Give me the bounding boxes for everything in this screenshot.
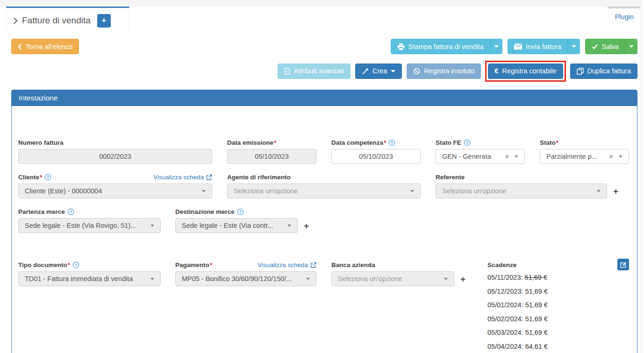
data-emissione-input[interactable]: 05/10/2023 — [227, 149, 316, 164]
field-pagamento: Pagamento* Visualizza scheda MP05 - Boni… — [175, 260, 316, 286]
intestazione-panel: Intestazione Numero fattura 0002/2023 Da… — [11, 90, 637, 353]
add-destinazione-button[interactable]: + — [304, 221, 309, 230]
help-icon[interactable]: ? — [464, 139, 471, 146]
field-agente: Agente di riferimento Seleziona un'opzio… — [227, 172, 421, 198]
printer-icon — [397, 43, 405, 50]
save-dropdown-caret[interactable] — [625, 39, 637, 54]
svg-text:?: ? — [466, 140, 468, 145]
toolbar-secondary: Attributi avanzati Crea Registra insolut… — [278, 63, 637, 79]
toolbar-primary: Stampa fattura di vendita Invia fattura … — [391, 39, 637, 54]
document-icon — [284, 68, 290, 75]
caret-down-icon — [629, 45, 634, 48]
select-caret-icon — [597, 190, 601, 192]
field-banca-azienda: Banca azienda Seleziona un'opzione + — [331, 260, 472, 286]
field-destinazione-merce: Destinazione merce ? Sede legale - Este … — [175, 207, 315, 233]
help-icon[interactable]: ? — [44, 174, 51, 181]
field-scadenze: Scadenze 05/11/2023: 51,69 € 05/12/2023:… — [487, 260, 628, 353]
select-caret-icon — [287, 225, 291, 227]
scadenza-item: 05/12/2023: 51,69 € — [487, 288, 628, 302]
vertical-scrollbar[interactable] — [640, 0, 644, 353]
external-link-icon — [206, 174, 212, 180]
print-invoice-button[interactable]: Stampa fattura di vendita — [391, 39, 490, 54]
send-button-group: Invia fattura — [508, 39, 580, 54]
data-competenza-input[interactable]: 05/10/2023 — [331, 149, 421, 164]
add-referente-button[interactable]: + — [613, 187, 618, 196]
register-unpaid-button[interactable]: Registra insoluto — [407, 64, 481, 79]
scadenza-item: 05/02/2024: 51,69 € — [487, 315, 628, 329]
select-caret-icon — [515, 155, 518, 158]
save-button[interactable]: Salva — [585, 39, 625, 54]
page-title: Fatture di vendita — [22, 15, 91, 26]
numero-fattura-input[interactable]: 0002/2023 — [18, 149, 212, 164]
destinazione-merce-select[interactable]: Sede legale - Este (Via contr... — [175, 218, 298, 233]
required-asterisk: * — [556, 139, 558, 146]
edit-scadenze-button[interactable] — [617, 259, 629, 270]
select-caret-icon — [619, 155, 623, 158]
new-invoice-button[interactable]: + — [97, 14, 111, 28]
agente-select[interactable]: Seleziona un'opzione — [227, 184, 421, 198]
view-payment-link[interactable]: Visualizza scheda — [258, 261, 316, 268]
envelope-icon — [514, 43, 522, 49]
print-dropdown-caret[interactable] — [490, 39, 502, 54]
stato-select[interactable]: Parzialmente p... × — [540, 149, 629, 164]
caret-down-icon — [494, 45, 499, 48]
print-button-group: Stampa fattura di vendita — [391, 39, 502, 54]
select-caret-icon — [410, 190, 414, 192]
svg-text:?: ? — [70, 209, 72, 214]
scadenza-item: 05/11/2023: 51,69 € — [487, 274, 628, 288]
register-accounting-button[interactable]: € Registra contabile — [488, 64, 563, 79]
field-stato-fe: Stato FE ? GEN - Generata × — [436, 138, 525, 164]
svg-text:?: ? — [75, 262, 77, 267]
scadenze-list: 05/11/2023: 51,69 € 05/12/2023: 51,69 € … — [487, 274, 628, 353]
field-referente: Referente Seleziona un'opzione + — [436, 172, 623, 198]
cliente-select[interactable]: Cliente (Este) - 00000004 — [18, 184, 212, 198]
field-partenza-merce: Partenza merce ? Sede legale - Este (Via… — [18, 207, 161, 233]
required-asterisk: * — [40, 174, 42, 181]
advanced-attributes-button[interactable]: Attributi avanzati — [278, 64, 351, 79]
caret-down-icon — [572, 45, 576, 48]
save-button-group: Salva — [585, 39, 637, 54]
stato-fe-select[interactable]: GEN - Generata × — [436, 149, 525, 164]
scadenza-item: 05/01/2024: 51,69 € — [487, 301, 628, 315]
chevron-left-icon — [18, 43, 22, 50]
field-tipo-documento: Tipo documento* ? TD01 - Fattura immedia… — [18, 260, 161, 286]
duplicate-invoice-button[interactable]: Duplica fattura — [570, 64, 638, 79]
select-caret-icon — [150, 225, 154, 227]
svg-text:?: ? — [47, 175, 49, 179]
field-numero-fattura: Numero fattura 0002/2023 — [18, 138, 212, 164]
referente-select[interactable]: Seleziona un'opzione — [436, 184, 607, 198]
caret-down-icon — [391, 70, 395, 72]
add-banca-button[interactable]: + — [460, 275, 465, 283]
select-caret-icon — [444, 278, 448, 280]
partenza-merce-select[interactable]: Sede legale - Este (Via Rovigo, 51)... — [18, 218, 161, 233]
check-icon — [592, 43, 598, 49]
send-invoice-button[interactable]: Invia fattura — [508, 39, 568, 54]
pagamento-select[interactable]: MP05 - Bonifico 30/60/90/120/150/... — [175, 271, 316, 286]
field-stato: Stato* Parzialmente p... × — [540, 138, 629, 164]
help-icon[interactable]: ? — [72, 261, 79, 268]
invoice-edit-screen: Fatture di vendita + Plugin Torna all'el… — [0, 0, 644, 353]
clear-selection-icon[interactable]: × — [505, 153, 509, 160]
tab-fatture-di-vendita[interactable]: Fatture di vendita + — [6, 7, 129, 33]
view-customer-link[interactable]: Visualizza scheda — [153, 174, 212, 181]
help-icon[interactable]: ? — [237, 208, 244, 215]
help-icon[interactable]: ? — [388, 139, 395, 146]
clear-selection-icon[interactable]: × — [609, 153, 613, 160]
plugin-link[interactable]: Plugin — [615, 13, 634, 21]
pencil-square-icon — [620, 261, 627, 268]
required-asterisk: * — [274, 139, 276, 146]
field-data-emissione: Data emissione* 05/10/2023 — [227, 138, 316, 164]
panel-body: Numero fattura 0002/2023 Data emissione*… — [12, 106, 637, 353]
euro-icon: € — [494, 67, 498, 75]
help-icon[interactable]: ? — [67, 208, 74, 215]
send-dropdown-caret[interactable] — [568, 39, 580, 54]
create-dropdown-button[interactable]: Crea — [355, 64, 402, 79]
back-to-list-button[interactable]: Torna all'elenco — [11, 39, 79, 54]
tipo-documento-select[interactable]: TD01 - Fattura immediata di vendita — [18, 271, 161, 286]
required-asterisk: * — [210, 261, 212, 268]
select-caret-icon — [306, 278, 310, 280]
panel-title: Intestazione — [19, 94, 58, 102]
banca-azienda-select[interactable]: Seleziona un'opzione — [331, 271, 454, 286]
field-cliente: Cliente* ? Visualizza scheda Cliente (Es… — [18, 172, 212, 198]
magic-wand-icon — [362, 68, 369, 75]
